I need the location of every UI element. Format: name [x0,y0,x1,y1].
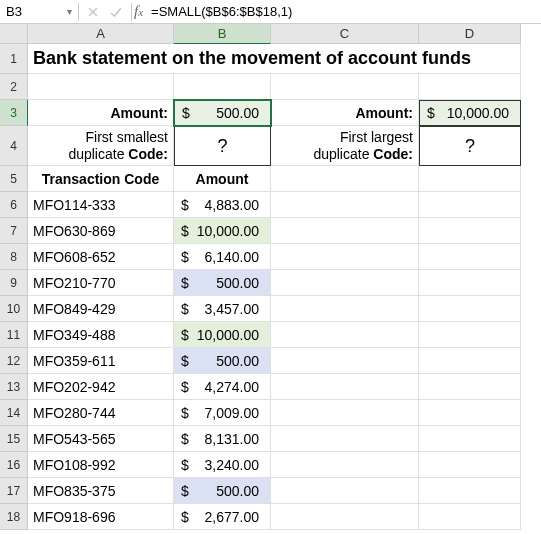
largest-code-result[interactable]: ? [419,126,521,166]
name-box[interactable] [0,1,60,23]
row-header[interactable]: 4 [0,126,28,166]
row-header[interactable]: 8 [0,244,28,270]
row-header[interactable]: 10 [0,296,28,322]
cell[interactable] [271,426,419,452]
tx-code[interactable]: MFO114-333 [28,192,174,218]
tx-amount[interactable]: $7,009.00 [174,400,271,426]
row-header[interactable]: 2 [0,74,28,100]
first-largest-label[interactable]: First largest duplicate Code: [271,126,419,166]
cell[interactable] [419,504,521,530]
cell[interactable] [419,400,521,426]
name-box-dropdown[interactable]: ▾ [60,6,78,17]
cell[interactable] [271,374,419,400]
tx-code[interactable]: MFO349-488 [28,322,174,348]
tx-amount[interactable]: $4,274.00 [174,374,271,400]
cell[interactable] [419,166,521,192]
tx-code[interactable]: MFO359-611 [28,348,174,374]
tx-amount[interactable]: $10,000.00 [174,218,271,244]
col-header-D[interactable]: D [419,24,521,44]
cell[interactable] [28,74,174,100]
row-header[interactable]: 14 [0,400,28,426]
cell[interactable] [271,296,419,322]
cell[interactable] [271,166,419,192]
cell[interactable] [419,192,521,218]
cell[interactable] [271,322,419,348]
row-header[interactable]: 13 [0,374,28,400]
row-header[interactable]: 11 [0,322,28,348]
first-smallest-label[interactable]: First smallest duplicate Code: [28,126,174,166]
row-header[interactable]: 9 [0,270,28,296]
row-header[interactable]: 3 [0,100,28,126]
cell[interactable] [271,478,419,504]
col-header-C[interactable]: C [271,24,419,44]
cell[interactable] [271,452,419,478]
cell[interactable] [419,374,521,400]
cell[interactable] [419,452,521,478]
cell[interactable] [271,192,419,218]
tx-code[interactable]: MFO280-744 [28,400,174,426]
row-header[interactable]: 18 [0,504,28,530]
row-header[interactable]: 15 [0,426,28,452]
fx-icon[interactable]: fx [132,3,147,20]
tx-amount[interactable]: $3,240.00 [174,452,271,478]
cell[interactable] [271,400,419,426]
cell[interactable] [271,244,419,270]
row-header[interactable]: 16 [0,452,28,478]
tx-code[interactable]: MFO608-652 [28,244,174,270]
tx-code[interactable]: MFO918-696 [28,504,174,530]
largest-amount-cell[interactable]: $10,000.00 [419,100,521,126]
th-transaction-code[interactable]: Transaction Code [28,166,174,192]
cell[interactable] [419,244,521,270]
formula-input[interactable] [147,4,541,19]
cell[interactable] [419,348,521,374]
tx-code[interactable]: MFO210-770 [28,270,174,296]
cell[interactable] [174,74,271,100]
row-header[interactable]: 7 [0,218,28,244]
cell[interactable] [419,426,521,452]
cell[interactable] [419,74,521,100]
tx-code[interactable]: MFO835-375 [28,478,174,504]
label-line1: First smallest [33,129,168,145]
row-header[interactable]: 12 [0,348,28,374]
label-line1: First largest [276,129,413,145]
cell[interactable] [419,270,521,296]
col-header-A[interactable]: A [28,24,174,44]
tx-code[interactable]: MFO108-992 [28,452,174,478]
tx-amount[interactable]: $3,457.00 [174,296,271,322]
tx-code[interactable]: MFO630-869 [28,218,174,244]
tx-amount[interactable]: $500.00 [174,270,271,296]
tx-amount[interactable]: $500.00 [174,348,271,374]
cell[interactable] [419,218,521,244]
tx-code[interactable]: MFO543-565 [28,426,174,452]
cell[interactable] [271,74,419,100]
smallest-amount-cell[interactable]: $500.00 [174,100,271,126]
row-header[interactable]: 17 [0,478,28,504]
tx-code[interactable]: MFO202-942 [28,374,174,400]
cell[interactable] [419,478,521,504]
row-header[interactable]: 5 [0,166,28,192]
tx-code[interactable]: MFO849-429 [28,296,174,322]
cell[interactable] [271,348,419,374]
currency: $ [425,105,435,121]
row-header[interactable]: 6 [0,192,28,218]
cell[interactable] [271,218,419,244]
cell[interactable] [271,270,419,296]
row-header[interactable]: 1 [0,44,28,74]
tx-amount[interactable]: $8,131.00 [174,426,271,452]
worksheet-grid[interactable]: A B C D 1 Bank statement on the movement… [0,24,541,530]
col-header-B[interactable]: B [174,24,271,44]
cell[interactable] [419,322,521,348]
tx-amount[interactable]: $4,883.00 [174,192,271,218]
tx-amount[interactable]: $2,677.00 [174,504,271,530]
page-title[interactable]: Bank statement on the movement of accoun… [28,44,521,74]
select-all-corner[interactable] [0,24,28,44]
amount-label-right[interactable]: Amount: [271,100,419,126]
cell[interactable] [419,296,521,322]
tx-amount[interactable]: $10,000.00 [174,322,271,348]
amount-label-left[interactable]: Amount: [28,100,174,126]
tx-amount[interactable]: $500.00 [174,478,271,504]
cell[interactable] [271,504,419,530]
th-amount[interactable]: Amount [174,166,271,192]
smallest-code-result[interactable]: ? [174,126,271,166]
tx-amount[interactable]: $6,140.00 [174,244,271,270]
